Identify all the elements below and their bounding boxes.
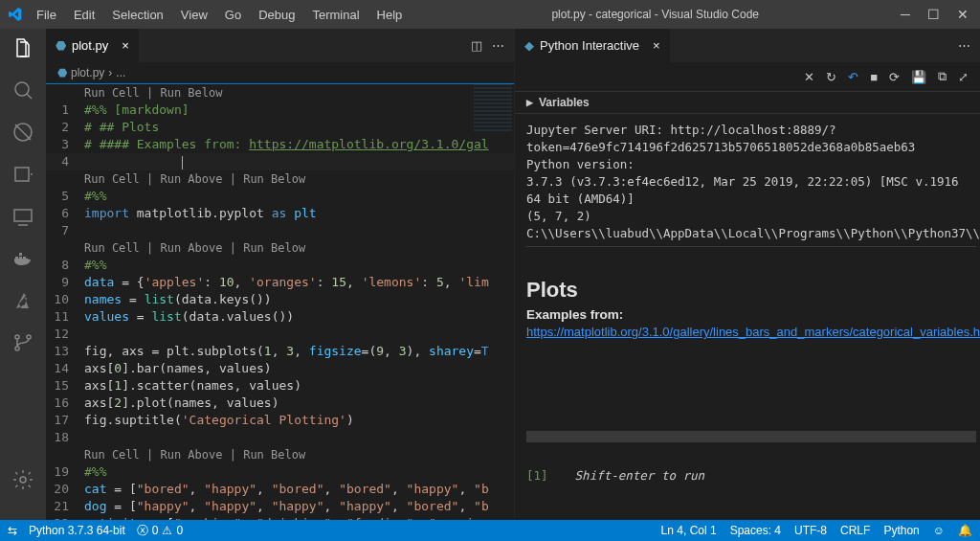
code-lens-run-cell[interactable]: Run Cell | Run Above | Run Below [46, 239, 514, 257]
titlebar: File Edit Selection View Go Debug Termin… [0, 0, 980, 29]
tab-plot-py[interactable]: ⬣ plot.py × [46, 29, 139, 62]
error-icon: ⓧ [137, 523, 148, 539]
tab-label: plot.py [72, 38, 108, 53]
breadcrumb-sep: › [108, 66, 112, 79]
tab-python-interactive[interactable]: ◆ Python Interactive × [515, 29, 670, 62]
svg-rect-7 [19, 253, 22, 256]
minimize-icon[interactable]: ─ [901, 7, 910, 22]
activity-bar [0, 29, 46, 520]
tab-label: Python Interactive [540, 38, 639, 53]
prompt-hint: Shift-enter to run [575, 468, 704, 483]
restart-icon[interactable]: ⟳ [889, 70, 900, 84]
server-info: Jupyter Server URI: http://localhost:888… [526, 123, 980, 240]
svg-point-8 [15, 335, 19, 339]
tab-close-icon[interactable]: × [122, 38, 129, 53]
eol[interactable]: CRLF [840, 524, 870, 537]
gutter: 5 [46, 188, 84, 205]
export-icon[interactable]: ⧉ [938, 69, 947, 84]
svg-rect-3 [14, 210, 32, 221]
svg-point-10 [27, 335, 31, 339]
jupyter-icon: ◆ [524, 38, 534, 53]
code-editor[interactable]: Run Cell | Run Below 1#%% [markdown] 2# … [46, 83, 514, 520]
cursor-position[interactable]: Ln 4, Col 1 [661, 524, 717, 537]
menu-debug[interactable]: Debug [251, 4, 302, 26]
docker-icon[interactable] [11, 247, 34, 270]
chevron-right-icon: ▶ [526, 98, 533, 107]
problems-status[interactable]: ⓧ0 ⚠0 [137, 523, 183, 539]
python-file-icon: ⬣ [56, 38, 66, 53]
language-mode[interactable]: Python [883, 524, 919, 537]
menu-file[interactable]: File [29, 4, 64, 26]
menu-help[interactable]: Help [369, 4, 411, 26]
error-count: 0 [152, 524, 159, 537]
close-icon[interactable]: ✕ [957, 7, 969, 22]
gutter: 15 [46, 377, 84, 394]
gutter: 6 [46, 205, 84, 222]
interactive-output[interactable]: Jupyter Server URI: http://localhost:888… [515, 114, 980, 520]
menu-go[interactable]: Go [217, 4, 249, 26]
gutter: 3 [46, 136, 84, 153]
split-editor-icon[interactable]: ◫ [471, 38, 482, 53]
variables-section[interactable]: ▶Variables [515, 91, 980, 114]
remote-status[interactable]: ⇆ [8, 524, 17, 537]
settings-gear-icon[interactable] [11, 468, 34, 491]
examples-link[interactable]: https://matplotlib.org/3.1.0/gallery/lin… [526, 325, 980, 339]
cancel-icon[interactable]: ✕ [804, 70, 814, 84]
editor-tabbar: ⬣ plot.py × ◫ ⋯ [46, 29, 514, 62]
warning-count: 0 [176, 524, 183, 537]
gutter: 2 [46, 119, 84, 136]
stop-icon[interactable]: ■ [870, 70, 878, 84]
menu-terminal[interactable]: Terminal [304, 4, 367, 26]
search-icon[interactable] [11, 79, 34, 101]
tab-close-icon[interactable]: × [653, 38, 660, 53]
more-icon[interactable]: ⋯ [958, 38, 970, 53]
redo-icon[interactable]: ↻ [826, 70, 836, 84]
menu-edit[interactable]: Edit [66, 4, 102, 26]
gutter: 12 [46, 326, 84, 343]
python-interactive-panel: ◆ Python Interactive × ⋯ ✕ ↻ ↶ ■ ⟳ 💾 ⧉ ⤢… [515, 29, 980, 520]
python-interpreter[interactable]: Python 3.7.3 64-bit [29, 524, 125, 537]
gutter: 19 [46, 463, 84, 481]
vscode-logo-icon [8, 7, 23, 22]
text-cursor [182, 156, 183, 169]
encoding[interactable]: UTF-8 [794, 524, 827, 537]
indentation[interactable]: Spaces: 4 [730, 524, 781, 537]
notifications-icon[interactable]: 🔔 [958, 524, 972, 537]
gutter: 4 [46, 153, 84, 170]
source-control-icon[interactable] [11, 121, 34, 144]
python-file-icon: ⬣ [57, 66, 67, 79]
horizontal-scrollbar[interactable] [526, 431, 976, 442]
debug-icon[interactable] [11, 163, 34, 186]
azure-icon[interactable] [11, 289, 34, 312]
code-lens-run-cell[interactable]: Run Cell | Run Below [46, 83, 514, 101]
warning-icon: ⚠ [162, 524, 172, 537]
plots-heading: Plots [526, 282, 976, 299]
gutter: 8 [46, 257, 84, 274]
gutter: 20 [46, 481, 84, 498]
breadcrumb-file: plot.py [71, 66, 104, 79]
statusbar: ⇆ Python 3.7.3 64-bit ⓧ0 ⚠0 Ln 4, Col 1 … [0, 520, 980, 541]
svg-point-0 [15, 82, 29, 96]
code-lens-run-cell[interactable]: Run Cell | Run Above | Run Below [46, 446, 514, 463]
gutter: 17 [46, 412, 84, 429]
remote-icon[interactable] [11, 205, 34, 228]
gutter: 21 [46, 498, 84, 515]
separator [526, 246, 976, 247]
editor: ⬣ plot.py × ◫ ⋯ ⬣ plot.py › ... Run Cell… [46, 29, 515, 520]
gutter: 11 [46, 308, 84, 326]
gutter: 7 [46, 222, 84, 239]
feedback-icon[interactable]: ☺ [933, 524, 945, 537]
menu-view[interactable]: View [173, 4, 215, 26]
breadcrumb[interactable]: ⬣ plot.py › ... [46, 62, 514, 83]
gutter: 14 [46, 360, 84, 377]
more-icon[interactable]: ⋯ [492, 38, 504, 53]
maximize-icon[interactable]: ☐ [927, 7, 940, 22]
undo-icon[interactable]: ↶ [848, 70, 858, 84]
git-branch-icon[interactable] [11, 331, 34, 354]
explorer-icon[interactable] [11, 36, 34, 59]
menu-selection[interactable]: Selection [104, 4, 170, 26]
expand-icon[interactable]: ⤢ [958, 70, 969, 84]
code-lens-run-cell[interactable]: Run Cell | Run Above | Run Below [46, 170, 514, 188]
save-icon[interactable]: 💾 [911, 70, 926, 84]
prompt-count: [1] [526, 468, 548, 483]
